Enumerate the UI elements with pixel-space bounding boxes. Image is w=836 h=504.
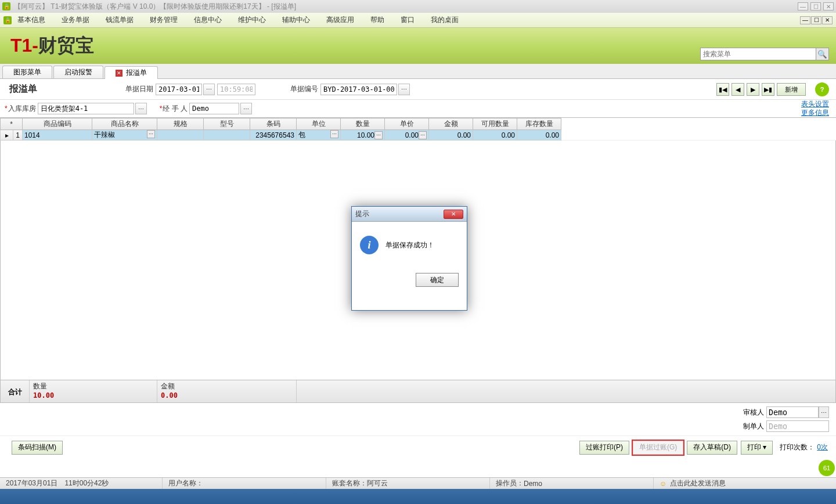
menu-finance[interactable]: 财务管理 <box>150 15 178 25</box>
col-price[interactable]: 单价 <box>385 118 429 130</box>
col-qty[interactable]: 数量 <box>341 118 385 130</box>
col-barcode[interactable]: 条码 <box>250 118 297 130</box>
menu-advanced[interactable]: 高级应用 <box>326 15 354 25</box>
col-stock[interactable]: 库存数量 <box>517 118 561 130</box>
date-picker-button[interactable]: ⋯ <box>203 84 215 95</box>
col-avail[interactable]: 可用数量 <box>473 118 517 130</box>
menu-cashflow[interactable]: 钱流单据 <box>106 15 134 25</box>
lock-icon: 🔒 <box>3 16 12 24</box>
info-icon: i <box>360 236 379 254</box>
totals-amount: 金额 0.00 <box>157 380 297 402</box>
ellipsis-icon[interactable]: ⋯ <box>147 130 155 138</box>
cell-name[interactable]: 干辣椒⋯ <box>92 130 157 141</box>
menu-desktop[interactable]: 我的桌面 <box>431 15 459 25</box>
menu-business[interactable]: 业务单据 <box>62 15 89 25</box>
menu-assist[interactable]: 辅助中心 <box>282 15 310 25</box>
mdi-restore[interactable]: ☐ <box>811 16 821 24</box>
menu-maintain[interactable]: 维护中心 <box>238 15 266 25</box>
cell-spec[interactable] <box>157 130 204 141</box>
menu-window[interactable]: 窗口 <box>401 15 415 25</box>
table-row[interactable]: ▸ 1 1014 干辣椒⋯ 2345676543 包⋯ 10.00⋯ 0.00⋯… <box>1 130 837 141</box>
handler-lookup-button[interactable]: ⋯ <box>240 103 252 114</box>
status-message[interactable]: 点击此处发送消息 <box>654 478 836 489</box>
grid-header-row: * 商品编码 商品名称 规格 型号 条码 单位 数量 单价 金额 可用数量 库存… <box>1 118 837 130</box>
tab-graphic-menu[interactable]: 图形菜单 <box>2 66 52 78</box>
status-account: 账套名称：阿可云 <box>326 478 490 489</box>
time-field[interactable] <box>217 84 255 95</box>
page-title: 报溢单 <box>9 83 125 95</box>
barcode-scan-button[interactable]: 条码扫描(M) <box>12 441 63 455</box>
ok-button[interactable]: 确定 <box>416 273 459 287</box>
col-name[interactable]: 商品名称 <box>92 118 157 130</box>
col-code[interactable]: 商品编码 <box>23 118 92 130</box>
search-button[interactable]: 🔍 <box>816 48 829 60</box>
dialog-close-button[interactable]: ✕ <box>444 210 463 219</box>
cell-barcode[interactable]: 2345676543 <box>250 130 297 141</box>
handler-field[interactable] <box>189 103 239 114</box>
docno-lookup-button[interactable]: ⋯ <box>398 84 410 95</box>
reviewer-lookup-button[interactable]: ⋯ <box>819 406 829 418</box>
search-input[interactable] <box>700 48 816 60</box>
menu-basic[interactable]: 基本信息 <box>17 15 45 25</box>
menu-help[interactable]: 帮助 <box>370 15 384 25</box>
window-titlebar: 🔒 【阿可云】 T1-财贸宝体验版（客户端 V 10.0）【限时体验版使用期限还… <box>0 0 836 13</box>
cell-unit[interactable]: 包⋯ <box>297 130 341 141</box>
minimize-button[interactable]: — <box>798 2 808 10</box>
tab-alert[interactable]: 启动报警 <box>53 66 103 78</box>
new-button[interactable]: 新增 <box>777 83 806 96</box>
ellipsis-icon[interactable]: ⋯ <box>330 130 338 138</box>
form-row: * 入库库房 ⋯ * 经 手 人 ⋯ 表头设置 更多信息 <box>0 100 836 117</box>
warehouse-field[interactable] <box>38 103 134 114</box>
tab-overflow-doc[interactable]: ✕报溢单 <box>105 66 158 79</box>
dialog-message: 单据保存成功！ <box>385 240 434 250</box>
cell-code[interactable]: 1014 <box>23 130 92 141</box>
col-star[interactable]: * <box>1 118 23 130</box>
first-button[interactable]: ▮◀ <box>716 83 729 96</box>
totals-bar: 合计 数量 10.00 金额 0.00 <box>0 380 836 403</box>
print-count-link[interactable]: 0次 <box>817 442 828 452</box>
menu-info[interactable]: 信息中心 <box>194 15 222 25</box>
post-button[interactable]: 单据过账(G) <box>633 441 683 455</box>
cell-model[interactable] <box>204 130 250 141</box>
totals-qty: 数量 10.00 <box>30 380 157 402</box>
warehouse-lookup-button[interactable]: ⋯ <box>135 103 147 114</box>
cell-amount[interactable]: 0.00 <box>429 130 473 141</box>
more-info-link[interactable]: 更多信息 <box>801 109 829 117</box>
mdi-controls: — ☐ ✕ <box>800 16 833 24</box>
mdi-close[interactable]: ✕ <box>822 16 833 24</box>
save-draft-button[interactable]: 存入草稿(D) <box>687 441 737 455</box>
ellipsis-icon[interactable]: ⋯ <box>419 131 427 139</box>
col-model[interactable]: 型号 <box>204 118 250 130</box>
maximize-button[interactable]: ☐ <box>810 2 821 10</box>
notification-badge[interactable]: 61 <box>819 460 835 476</box>
docno-label: 单据编号 <box>290 84 318 94</box>
last-button[interactable]: ▶▮ <box>762 83 774 96</box>
mdi-minimize[interactable]: — <box>800 16 810 24</box>
reviewer-field[interactable] <box>766 406 819 418</box>
status-datetime: 2017年03月01日 11时00分42秒 <box>0 478 163 489</box>
close-icon[interactable]: ✕ <box>116 70 122 77</box>
row-handle[interactable]: ▸ <box>1 130 13 141</box>
window-controls: — ☐ ✕ <box>798 2 834 10</box>
header-links: 表头设置 更多信息 <box>801 100 829 117</box>
col-amount[interactable]: 金额 <box>429 118 473 130</box>
dialog-titlebar: 提示 ✕ <box>352 207 467 222</box>
date-field[interactable] <box>156 84 202 95</box>
close-button[interactable]: ✕ <box>823 2 834 10</box>
prev-button[interactable]: ◀ <box>732 83 744 96</box>
next-button[interactable]: ▶ <box>747 83 759 96</box>
print-button[interactable]: 打印 ▾ <box>741 441 773 455</box>
header-settings-link[interactable]: 表头设置 <box>801 100 829 109</box>
col-spec[interactable]: 规格 <box>157 118 204 130</box>
post-print-button[interactable]: 过账打印(P) <box>579 441 629 455</box>
cell-price[interactable]: 0.00⋯ <box>385 130 429 141</box>
help-button[interactable]: ? <box>815 82 829 96</box>
maker-label: 制单人 <box>737 422 764 431</box>
ellipsis-icon[interactable]: ⋯ <box>374 131 383 139</box>
col-unit[interactable]: 单位 <box>297 118 341 130</box>
logo: T1-财贸宝 <box>10 33 94 59</box>
docno-field[interactable] <box>320 84 397 95</box>
cell-avail[interactable]: 0.00 <box>473 130 517 141</box>
cell-qty[interactable]: 10.00⋯ <box>341 130 385 141</box>
cell-stock[interactable]: 0.00 <box>517 130 561 141</box>
